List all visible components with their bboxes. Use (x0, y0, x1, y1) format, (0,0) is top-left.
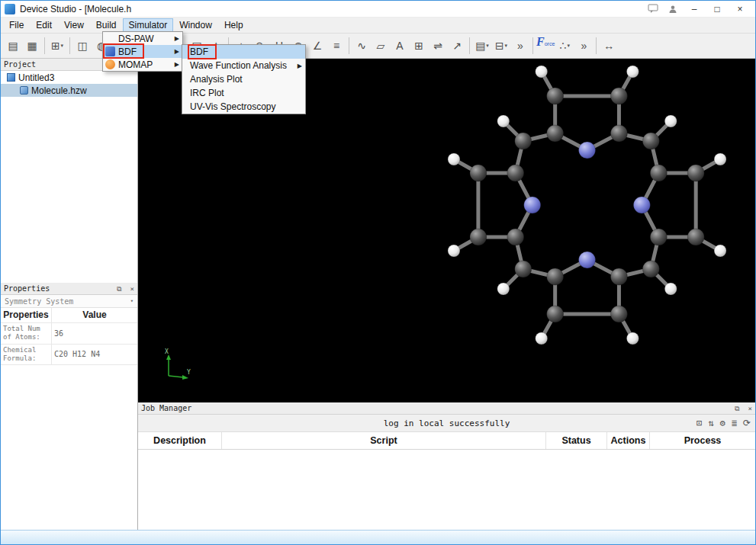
toolbar-vector-display-button[interactable]: ↗ (448, 36, 466, 56)
settings-icon[interactable]: ⚙ (719, 418, 725, 428)
property-value-cell: C20 H12 N4 (52, 345, 137, 365)
toolbar-build-crystal-button[interactable]: ◫ (73, 36, 92, 56)
add-structure-icon: ⊞ (51, 40, 60, 52)
project-panel-title: Project (4, 60, 36, 69)
menu-item-label: Analysis Plot (190, 74, 243, 85)
tree-item-label: Molecule.hzw (31, 85, 87, 96)
menu-item-label: Wave Function Analysis (190, 60, 287, 71)
toolbar-distance-tool-button[interactable]: ↔ (600, 36, 618, 56)
submenu-arrow-icon: ▶ (298, 63, 302, 69)
property-value-cell: 36 (52, 323, 137, 344)
symmetry-system-label: Symmetry System (5, 297, 73, 306)
open-file-icon: ▤ (8, 40, 18, 52)
toolbar-symmetrize-button[interactable]: A (391, 36, 409, 56)
menu-simulator[interactable]: Simulator (123, 18, 174, 32)
menu-item-irc-plot[interactable]: IRC Plot (182, 86, 305, 100)
toolbar-open-file-button[interactable]: ▤ (4, 36, 22, 56)
properties-table: PropertiesValueTotal Num of Atoms:36Chem… (1, 308, 137, 365)
toolbar-analysis-plot-button[interactable]: ∿ (352, 36, 371, 56)
menu-edit[interactable]: Edit (30, 18, 58, 32)
save-icon: ▦ (27, 40, 37, 52)
refresh-icon[interactable]: ⟳ (743, 418, 751, 428)
close-panel-icon[interactable]: × (748, 405, 752, 412)
bdf-submenu: BDFWave Function Analysis▶Analysis PlotI… (182, 44, 306, 114)
axis-y-label: Y (187, 369, 191, 376)
toolbar-clean-structure-button[interactable]: ⇌ (429, 36, 447, 56)
project-panel: Project Untitled3Molecule.hzw Properties… (1, 59, 138, 530)
menu-item-bdf[interactable]: BDF (182, 45, 305, 59)
properties-panel-header: Properties ⧉ × (1, 283, 137, 295)
close-button[interactable]: × (729, 2, 751, 17)
minimize-button[interactable]: – (683, 2, 706, 17)
toolbar-bond-order-button[interactable]: ≡ (327, 36, 346, 56)
list-icon[interactable]: ≣ (732, 418, 737, 428)
symmetry-system-selector[interactable]: Symmetry System ▾ (1, 295, 137, 308)
toolbar-build-supercell-button[interactable]: ⊞ (410, 36, 428, 56)
chevron-down-icon: ▾ (130, 298, 134, 304)
menu-view[interactable]: View (58, 18, 90, 32)
message-icon[interactable] (643, 2, 663, 17)
menu-item-bdf[interactable]: BDF▶ (103, 45, 182, 58)
toolbar-save-button[interactable]: ▦ (23, 36, 41, 56)
menu-build[interactable]: Build (90, 18, 123, 32)
properties-table-header: PropertiesValue (1, 308, 137, 323)
job-column-description: Description (138, 432, 222, 449)
menu-item-label: DS-PAW (118, 34, 154, 44)
titlebar: Device Studio - [Molecule.h – □ × (1, 1, 755, 18)
job-table-header: DescriptionScriptStatusActionsProcess (138, 432, 755, 450)
properties-panel: Properties ⧉ × Symmetry System ▾ Propert… (1, 283, 137, 365)
bdf-icon (105, 46, 115, 56)
job-column-process: Process (650, 432, 755, 449)
menu-item-analysis-plot[interactable]: Analysis Plot (182, 72, 305, 86)
toolbar-more-tools-button[interactable]: » (511, 36, 529, 56)
toolbar-separator (532, 37, 533, 54)
property-name-cell: Chemical Formula: (1, 345, 52, 365)
style-select-icon: ▤ (475, 40, 485, 52)
toolbar-add-structure-button[interactable]: ⊞▾ (48, 36, 66, 56)
menu-item-label: BDF (118, 46, 137, 57)
menu-file[interactable]: File (3, 18, 30, 32)
toolbar-style-select-button[interactable]: ▤▾ (473, 36, 491, 56)
toolbar-force-field-button[interactable]: Force (536, 36, 555, 56)
toolbar-more-view-button[interactable]: » (574, 36, 593, 56)
project-tree: Untitled3Molecule.hzw (1, 71, 137, 97)
maximize-button[interactable]: □ (706, 2, 729, 17)
toolbar-perspective-view-button[interactable]: ▱ (372, 36, 390, 56)
menu-item-label: IRC Plot (190, 88, 224, 98)
transfer-icon[interactable]: ⇅ (708, 418, 713, 428)
axis-indicator: X Y (158, 348, 193, 383)
build-crystal-icon: ◫ (77, 40, 87, 52)
login-status-message: log in local successfully (384, 418, 510, 428)
submenu-arrow-icon: ▶ (175, 35, 179, 42)
toolbar-separator (596, 37, 597, 54)
tree-item-molecule.hzw[interactable]: Molecule.hzw (1, 84, 137, 97)
menu-item-momap[interactable]: MOMAP▶ (103, 58, 182, 71)
monitor-icon[interactable]: ⊡ (696, 418, 702, 428)
status-bar (1, 530, 755, 544)
menu-item-label: MOMAP (118, 59, 153, 70)
axis-x-label: X (165, 348, 169, 355)
menu-item-label: UV-Vis Spectroscopy (190, 101, 276, 112)
toolbar-cluster-tools-button[interactable]: ∴▾ (555, 36, 574, 56)
menu-item-uv-vis-spectroscopy[interactable]: UV-Vis Spectroscopy (182, 100, 305, 114)
toolbar-view-select-button[interactable]: ⊟▾ (492, 36, 510, 56)
job-column-status: Status (546, 432, 607, 449)
toolbar-measure-angle-button[interactable]: ∠ (308, 36, 327, 56)
float-panel-icon[interactable]: ⧉ (117, 285, 121, 293)
tree-item-untitled3[interactable]: Untitled3 (1, 71, 137, 84)
float-panel-icon[interactable]: ⧉ (735, 405, 739, 412)
properties-panel-title: Properties (4, 284, 50, 293)
window-title: Device Studio - [Molecule.h (20, 4, 131, 14)
job-manager-panel: Job Manager ⧉ × log in local successfull… (138, 402, 755, 530)
clean-structure-icon: ⇌ (433, 40, 442, 52)
menu-item-wave-function-analysis[interactable]: Wave Function Analysis▶ (182, 59, 305, 72)
toolbar-separator (69, 37, 70, 54)
menu-window[interactable]: Window (173, 18, 218, 32)
menu-help[interactable]: Help (218, 18, 249, 32)
close-panel-icon[interactable]: × (130, 285, 134, 293)
molecule-icon (20, 86, 28, 95)
build-supercell-icon: ⊞ (414, 40, 423, 52)
menu-item-label: BDF (190, 46, 208, 57)
menu-item-ds-paw[interactable]: DS-PAW▶ (103, 32, 182, 45)
user-icon[interactable] (663, 2, 683, 17)
